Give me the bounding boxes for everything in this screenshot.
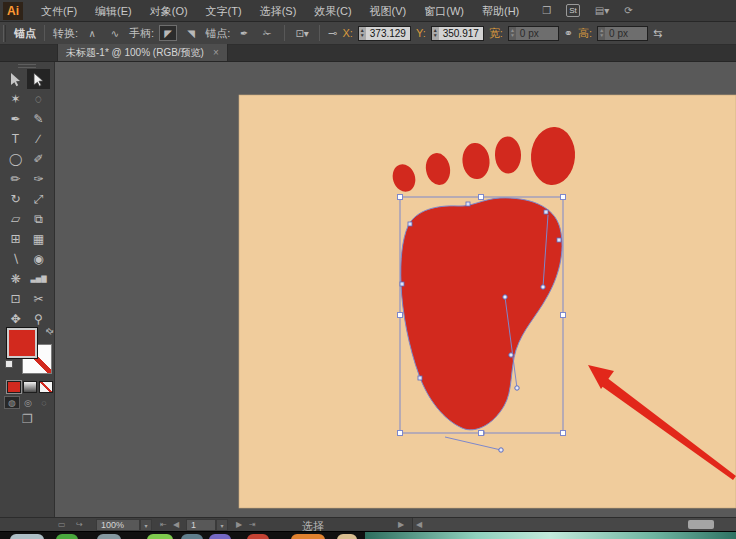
hand-tool[interactable]: ✥ [4,309,27,329]
stock-badge-icon[interactable]: St [566,4,580,17]
workspace-switcher-icon[interactable]: ▤▾ [595,5,609,16]
constrain-proportions-icon[interactable]: ⚭ [564,27,573,40]
symbol-sprayer-tool[interactable]: ❋ [4,269,27,289]
taskbar-app-7[interactable] [247,534,269,539]
menu-object[interactable]: 对象(O) [141,0,197,22]
document-tab[interactable]: 未标题-1* @ 100% (RGB/预览) × [57,44,228,61]
taskbar-app-5[interactable] [181,534,203,539]
scrollbar-thumb[interactable] [688,520,714,529]
magic-wand-tool[interactable]: ✶ [4,89,27,109]
perspective-grid-tool[interactable]: ⊞ [4,229,27,249]
height-stepper[interactable]: ▲▼ [598,27,605,40]
first-artboard-icon[interactable]: ⇤ [160,520,167,529]
menu-window[interactable]: 窗口(W) [415,0,473,22]
menu-edit[interactable]: 编辑(E) [86,0,141,22]
add-anchor-button[interactable]: ✒ [235,25,253,41]
app-logo[interactable]: Ai [3,2,23,20]
width-value[interactable]: 0 px [516,27,558,40]
menu-view[interactable]: 视图(V) [361,0,416,22]
taskbar-app-8[interactable] [291,534,325,539]
paintbrush-tool[interactable]: ✐ [27,149,50,169]
bezier-handle-dot[interactable] [509,353,513,357]
curvature-tool[interactable]: ✎ [27,109,50,129]
transform-options-icon[interactable]: ⇆ [653,27,662,40]
anchor-point[interactable] [400,282,404,286]
menu-select[interactable]: 选择(S) [251,0,306,22]
anchor-point[interactable] [544,210,548,214]
selection-tool[interactable] [4,69,27,89]
height-value[interactable]: 0 px [605,27,647,40]
draw-normal-button[interactable]: ◍ [4,396,20,409]
share-icon[interactable]: ⟳ [624,5,632,16]
hide-handles-button[interactable]: ◥ [182,25,200,41]
height-field[interactable]: ▲▼ 0 px [597,26,648,41]
menu-effect[interactable]: 效果(C) [305,0,360,22]
selection-handle[interactable] [561,313,566,318]
taskbar-app-2[interactable] [56,534,78,539]
scroll-left-icon[interactable]: ◀ [416,520,422,529]
taskbar-app-6[interactable] [209,534,231,539]
reference-point-icon[interactable]: ⊸ [328,27,337,40]
draw-behind-button[interactable]: ◎ [20,396,36,409]
show-handles-button[interactable]: ◤ [159,25,177,41]
x-stepper[interactable]: ▲▼ [359,27,366,40]
rotate-tool[interactable]: ↻ [4,189,27,209]
blend-tool[interactable]: ◉ [27,249,50,269]
zoom-tool[interactable]: ⚲ [27,309,50,329]
artboard-dropdown-icon[interactable]: ▾ [216,519,228,531]
cut-path-button[interactable]: ✁ [258,25,276,41]
free-transform-tool[interactable]: ▱ [4,209,27,229]
selection-handle[interactable] [479,195,484,200]
anchor-point[interactable] [557,238,561,242]
width-stepper[interactable]: ▲▼ [509,27,516,40]
x-value[interactable]: 373.129 [366,27,410,40]
paint-none-button[interactable] [39,381,53,393]
column-graph-tool[interactable]: ▃▅▇ [27,269,50,289]
taskbar-app-1[interactable] [10,534,44,539]
anchor-point[interactable] [418,376,422,380]
next-artboard-icon[interactable]: ▶ [236,520,242,529]
scale-tool[interactable]: ⤢ [27,189,50,209]
selection-handle[interactable] [398,313,403,318]
y-stepper[interactable]: ▲▼ [432,27,439,40]
selection-handle[interactable] [561,431,566,436]
status-left-icon-a[interactable]: ▭ [58,520,66,529]
convert-smooth-button[interactable]: ∿ [106,25,124,41]
slice-tool[interactable]: ✂ [27,289,50,309]
bezier-handle-dot[interactable] [515,386,519,390]
taskbar-app-9[interactable] [337,534,357,539]
paint-color-button[interactable] [7,381,21,393]
taskbar-app-3[interactable] [97,534,121,539]
bezier-handle-dot[interactable] [503,295,507,299]
arrange-documents-icon[interactable]: ❐ [542,5,551,16]
paint-gradient-button[interactable] [23,381,37,393]
fill-swatch-red[interactable] [7,328,37,358]
type-tool[interactable]: T [4,129,27,149]
x-field[interactable]: ▲▼ 373.129 [358,26,411,41]
zoom-dropdown-icon[interactable]: ▾ [140,519,152,531]
menu-help[interactable]: 帮助(H) [473,0,528,22]
tools-panel-grip[interactable] [18,64,36,68]
selection-handle[interactable] [479,431,484,436]
selection-handle[interactable] [561,195,566,200]
selection-handle[interactable] [398,195,403,200]
menu-file[interactable]: 文件(F) [32,0,86,22]
taskbar-app-4[interactable] [147,534,173,539]
screen-mode-button[interactable]: ❐ [0,412,55,426]
bezier-handle-dot[interactable] [499,448,503,452]
corner-widget-dropdown[interactable]: ⊡▾ [293,25,311,41]
canvas[interactable] [55,62,736,517]
line-segment-tool[interactable]: ∕ [27,129,50,149]
last-artboard-icon[interactable]: ⇥ [249,520,256,529]
anchor-point[interactable] [466,202,470,206]
bezier-handle-dot[interactable] [541,285,545,289]
blob-brush-tool[interactable]: ✑ [27,169,50,189]
default-fill-stroke-icon[interactable] [5,360,16,371]
y-field[interactable]: ▲▼ 350.917 [431,26,484,41]
width-field[interactable]: ▲▼ 0 px [508,26,559,41]
selection-handle[interactable] [398,431,403,436]
anchor-point[interactable] [408,222,412,226]
pen-tool[interactable]: ✒ [4,109,27,129]
status-expand-icon[interactable]: ▶ [398,520,404,529]
artboard-number-field[interactable]: 1 [186,519,216,531]
